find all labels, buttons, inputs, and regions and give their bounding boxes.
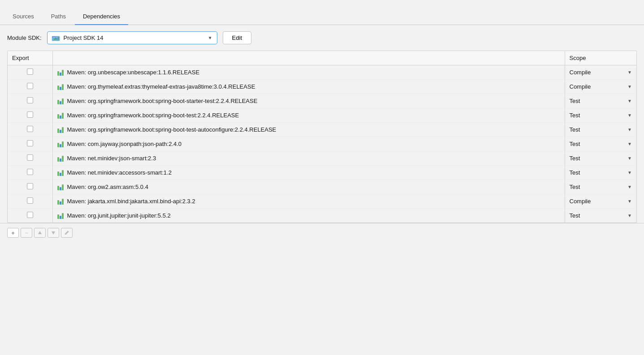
dependencies-table-wrapper: Export Scope Maven: org.unbescape:unbesc… <box>7 51 637 223</box>
table-row: Maven: org.springframework.boot:spring-b… <box>8 108 636 123</box>
sdk-chevron-icon: ▼ <box>208 35 212 40</box>
tab-paths[interactable]: Paths <box>43 9 74 25</box>
scope-text: Test <box>570 184 580 190</box>
move-down-button[interactable] <box>48 228 59 238</box>
maven-icon <box>57 155 65 162</box>
scope-text: Test <box>570 155 580 162</box>
row-checkbox[interactable] <box>27 126 33 132</box>
scope-text: Test <box>570 169 580 176</box>
export-cell <box>8 209 52 223</box>
dependency-name-cell: Maven: net.minidev:json-smart:2.3 <box>52 151 565 166</box>
sdk-label: Module SDK: <box>7 34 42 41</box>
row-checkbox[interactable] <box>27 83 33 89</box>
scope-chevron-icon[interactable]: ▼ <box>627 98 632 103</box>
dependency-name-cell: Maven: org.springframework.boot:spring-b… <box>52 123 565 137</box>
scope-cell: Compile▼ <box>565 80 636 94</box>
dependency-name-cell: Maven: net.minidev:accessors-smart:1.2 <box>52 166 565 180</box>
maven-icon <box>57 112 65 119</box>
table-row: Maven: org.unbescape:unbescape:1.1.6.REL… <box>8 65 636 80</box>
row-checkbox[interactable] <box>27 154 33 161</box>
dependency-name-cell: Maven: org.springframework.boot:spring-b… <box>52 94 565 108</box>
dependency-name: Maven: com.jayway.jsonpath:json-path:2.4… <box>67 141 182 147</box>
scope-text: Test <box>570 141 580 147</box>
export-cell <box>8 166 52 180</box>
dependency-name: Maven: org.unbescape:unbescape:1.1.6.REL… <box>67 69 200 76</box>
col-header-scope: Scope <box>565 51 636 65</box>
table-row: Maven: org.thymeleaf.extras:thymeleaf-ex… <box>8 80 636 94</box>
sdk-select-dropdown[interactable]: Project SDK 14 ▼ <box>47 31 217 44</box>
scope-chevron-icon[interactable]: ▼ <box>627 113 632 118</box>
scope-chevron-icon[interactable]: ▼ <box>627 127 632 132</box>
row-checkbox[interactable] <box>27 111 33 118</box>
dependency-name: Maven: org.ow2.asm:asm:5.0.4 <box>67 184 148 190</box>
row-checkbox[interactable] <box>27 197 33 204</box>
scope-text: Compile <box>570 198 591 205</box>
scope-chevron-icon[interactable]: ▼ <box>627 156 632 161</box>
svg-rect-6 <box>58 37 59 40</box>
move-up-button[interactable] <box>34 228 46 238</box>
tab-sources[interactable]: Sources <box>4 9 42 25</box>
maven-icon <box>57 184 65 190</box>
add-button[interactable]: + <box>7 228 19 238</box>
scope-chevron-icon[interactable]: ▼ <box>627 184 632 189</box>
scope-cell: Compile▼ <box>565 65 636 80</box>
tab-dependencies[interactable]: Dependencies <box>75 9 128 25</box>
table-row: Maven: org.ow2.asm:asm:5.0.4Test▼ <box>8 180 636 194</box>
dependency-name-cell: Maven: org.junit.jupiter:junit-jupiter:5… <box>52 209 565 223</box>
dependency-name: Maven: org.springframework.boot:spring-b… <box>67 112 239 119</box>
remove-button[interactable]: − <box>21 228 32 238</box>
svg-rect-3 <box>54 38 55 40</box>
maven-icon <box>57 69 65 76</box>
table-row: Maven: jakarta.xml.bind:jakarta.xml.bind… <box>8 194 636 209</box>
scope-chevron-icon[interactable]: ▼ <box>627 84 632 89</box>
row-checkbox[interactable] <box>27 140 33 146</box>
row-checkbox[interactable] <box>27 183 33 189</box>
dependency-name-cell: Maven: jakarta.xml.bind:jakarta.xml.bind… <box>52 194 565 209</box>
dependency-name-cell: Maven: org.unbescape:unbescape:1.1.6.REL… <box>52 65 565 80</box>
main-content: Module SDK: Project SDK 14 <box>0 25 644 355</box>
maven-icon <box>57 84 65 90</box>
dependency-name: Maven: org.junit.jupiter:junit-jupiter:5… <box>67 212 171 219</box>
export-cell <box>8 108 52 123</box>
scope-chevron-icon[interactable]: ▼ <box>627 70 632 75</box>
dependency-name-cell: Maven: org.ow2.asm:asm:5.0.4 <box>52 180 565 194</box>
scope-cell: Compile▼ <box>565 194 636 209</box>
maven-icon <box>57 127 65 133</box>
scope-cell: Test▼ <box>565 108 636 123</box>
maven-icon <box>57 98 65 104</box>
edit-button[interactable] <box>61 228 73 238</box>
scope-chevron-icon[interactable]: ▼ <box>627 199 632 204</box>
export-cell <box>8 137 52 151</box>
table-row: Maven: net.minidev:json-smart:2.3Test▼ <box>8 151 636 166</box>
bottom-toolbar: + − <box>0 223 644 242</box>
export-cell <box>8 94 52 108</box>
scope-chevron-icon[interactable]: ▼ <box>627 141 632 146</box>
scope-text: Test <box>570 98 580 104</box>
scope-chevron-icon[interactable]: ▼ <box>627 213 632 218</box>
svg-marker-7 <box>38 231 42 234</box>
table-row: Maven: com.jayway.jsonpath:json-path:2.4… <box>8 137 636 151</box>
row-checkbox[interactable] <box>27 97 33 103</box>
dependency-name: Maven: org.springframework.boot:spring-b… <box>67 98 258 104</box>
scope-text: Test <box>570 112 580 119</box>
maven-icon <box>57 198 65 205</box>
export-cell <box>8 65 52 80</box>
scope-chevron-icon[interactable]: ▼ <box>627 170 632 175</box>
svg-rect-4 <box>55 38 56 40</box>
scope-cell: Test▼ <box>565 94 636 108</box>
scope-text: Test <box>570 212 580 219</box>
export-cell <box>8 180 52 194</box>
scope-cell: Test▼ <box>565 209 636 223</box>
maven-icon <box>57 170 65 176</box>
dependencies-table: Export Scope Maven: org.unbescape:unbesc… <box>8 51 636 222</box>
folder-icon <box>52 35 60 41</box>
dependency-name-cell: Maven: org.springframework.boot:spring-b… <box>52 108 565 123</box>
scope-text: Compile <box>570 83 591 90</box>
row-checkbox[interactable] <box>27 68 33 75</box>
row-checkbox[interactable] <box>27 212 33 218</box>
dependency-name-cell: Maven: com.jayway.jsonpath:json-path:2.4… <box>52 137 565 151</box>
dependency-name: Maven: jakarta.xml.bind:jakarta.xml.bind… <box>67 198 195 205</box>
row-checkbox[interactable] <box>27 169 33 175</box>
maven-icon <box>57 213 65 219</box>
sdk-edit-button[interactable]: Edit <box>223 31 251 44</box>
